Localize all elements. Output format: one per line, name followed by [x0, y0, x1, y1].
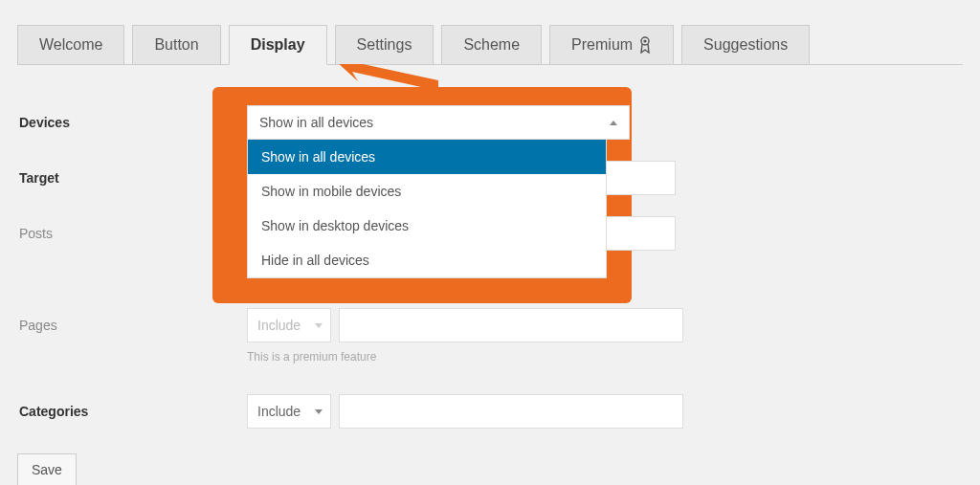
pages-include-select: Include — [247, 308, 331, 342]
devices-select[interactable]: Show in all devices — [247, 105, 630, 140]
svg-point-2 — [644, 39, 647, 42]
tabs-row: Welcome Button Display Settings Scheme P… — [17, 25, 963, 65]
label-pages: Pages — [17, 318, 247, 333]
tab-label: Display — [251, 36, 305, 54]
categories-include-value: Include — [257, 404, 301, 419]
ribbon-icon — [638, 36, 652, 54]
categories-input[interactable] — [339, 394, 683, 429]
devices-option-mobile[interactable]: Show in mobile devices — [248, 174, 606, 209]
tab-scheme[interactable]: Scheme — [441, 25, 542, 64]
tab-suggestions[interactable]: Suggestions — [681, 25, 810, 64]
pages-input[interactable] — [339, 308, 683, 342]
row-categories: Categories Include — [17, 392, 963, 430]
tab-label: Welcome — [39, 36, 102, 54]
pages-include-value: Include — [257, 318, 301, 333]
tab-welcome[interactable]: Welcome — [17, 25, 124, 64]
chevron-up-icon — [610, 121, 617, 125]
tab-premium[interactable]: Premium — [549, 25, 674, 64]
tab-button[interactable]: Button — [132, 25, 220, 64]
label-posts: Posts — [17, 226, 247, 241]
tab-label: Settings — [357, 36, 412, 54]
chevron-down-icon — [315, 409, 323, 414]
row-devices: Devices Show in all devices Show in all … — [17, 103, 963, 142]
form-area: Devices Show in all devices Show in all … — [17, 65, 963, 430]
devices-option-desktop[interactable]: Show in desktop devices — [248, 209, 606, 243]
label-categories: Categories — [17, 404, 247, 419]
tab-settings[interactable]: Settings — [335, 25, 434, 64]
devices-option-hide[interactable]: Hide in all devices — [248, 243, 606, 277]
tab-label: Suggestions — [703, 36, 788, 54]
tab-label: Button — [154, 36, 198, 54]
label-devices: Devices — [17, 115, 247, 130]
tab-display[interactable]: Display — [229, 25, 327, 65]
categories-include-select[interactable]: Include — [247, 394, 331, 429]
devices-option-all[interactable]: Show in all devices — [248, 140, 606, 174]
chevron-down-icon — [315, 323, 323, 328]
tab-label: Scheme — [463, 36, 520, 54]
pages-hint: This is a premium feature — [247, 350, 963, 364]
tab-label: Premium — [571, 36, 633, 54]
row-pages: Pages Include — [17, 306, 963, 344]
devices-select-value: Show in all devices — [259, 115, 373, 130]
label-target: Target — [17, 170, 247, 186]
devices-listbox: Show in all devices Show in mobile devic… — [247, 140, 607, 278]
save-button[interactable]: Save — [17, 453, 77, 485]
